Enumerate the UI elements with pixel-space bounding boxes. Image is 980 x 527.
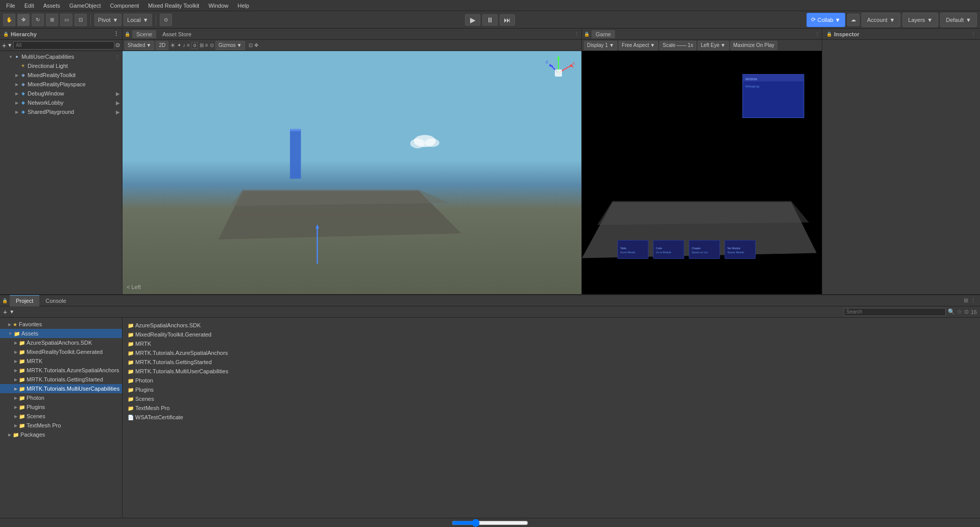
audio-icon[interactable]: ♪ bbox=[183, 42, 185, 48]
asset-item-5[interactable]: 📁 MRTK.Tutorials.MultiUserCapabilities bbox=[126, 367, 977, 376]
asset-item-2[interactable]: 📁 MRTK bbox=[126, 339, 977, 348]
collab-button[interactable]: ⟳ Collab ▼ bbox=[806, 13, 845, 27]
scene-canvas[interactable]: X Z Y < Left bbox=[122, 51, 581, 294]
scale-slider[interactable]: —— bbox=[676, 42, 687, 48]
asset-item-0[interactable]: 📁 AzureSpatialAnchors.SDK bbox=[126, 321, 977, 330]
left-item-1[interactable]: ▶ 📁 MixedRealityToolkit.Generated bbox=[0, 347, 122, 356]
menu-help[interactable]: Help bbox=[234, 2, 254, 10]
asset-item-10[interactable]: 📄 WSATestCertificate bbox=[126, 413, 977, 422]
lighting-icon[interactable]: ☀ bbox=[170, 42, 176, 49]
search-icon[interactable]: 🔍 bbox=[948, 308, 955, 315]
hierarchy-more-icon[interactable]: ⋮ bbox=[113, 31, 119, 37]
hierarchy-filter-icon[interactable]: ⊙ bbox=[115, 42, 120, 49]
zoom-slider[interactable] bbox=[452, 519, 528, 527]
tree-item-directional-light[interactable]: ☀ Directional Light bbox=[0, 61, 122, 70]
tool-move[interactable]: ✥ bbox=[17, 14, 30, 26]
item-more-icon[interactable]: ⋮ bbox=[115, 54, 120, 60]
tab-asset-store[interactable]: Asset Store bbox=[158, 30, 195, 38]
left-item-6[interactable]: ▶ 📁 Photon bbox=[0, 393, 122, 402]
game-more-icon[interactable]: ⋮ bbox=[815, 31, 820, 37]
expand-icon[interactable]: ⊞ bbox=[964, 297, 968, 304]
layers-scene-icon[interactable]: ≡ bbox=[205, 42, 208, 48]
tree-item-multiusercapabilities[interactable]: ▼ ● MultiUserCapabilities ⋮ bbox=[0, 52, 122, 61]
filter2-icon[interactable]: ⊙ bbox=[964, 308, 969, 315]
game-canvas[interactable]: window DebugLog Table Azure Mentor Cube … bbox=[582, 51, 822, 294]
asset-item-3[interactable]: 📁 MRTK.Tutorials.AzureSpatialAnchors bbox=[126, 348, 977, 357]
scale-dropdown[interactable]: Scale —— 1x bbox=[659, 41, 696, 50]
arrow-right-icon: ▶ bbox=[116, 91, 120, 97]
tool-transform[interactable]: ⊡ bbox=[75, 14, 87, 26]
tool-rect[interactable]: ▭ bbox=[60, 14, 72, 26]
filter-icon[interactable]: ⊙ bbox=[210, 42, 214, 48]
asset-item-6[interactable]: 📁 Photon bbox=[126, 376, 977, 385]
left-item-8[interactable]: ▶ 📁 Scenes bbox=[0, 412, 122, 421]
value-0[interactable]: 0 bbox=[191, 42, 198, 49]
left-item-7[interactable]: ▶ 📁 Plugins bbox=[0, 402, 122, 412]
menu-mrtk[interactable]: Mixed Reality Toolkit bbox=[144, 2, 203, 10]
tool-hand[interactable]: ✋ bbox=[3, 14, 15, 26]
packages-root[interactable]: ▶ 📁 Packages bbox=[0, 430, 122, 439]
tree-item-mrplayspace[interactable]: ▶ ◆ MixedRealityPlayspace bbox=[0, 80, 122, 89]
assets-folder-icon: 📁 bbox=[14, 331, 20, 337]
pause-button[interactable]: ⏸ bbox=[482, 14, 498, 26]
tab-scene[interactable]: Scene bbox=[132, 30, 156, 38]
shaded-dropdown[interactable]: Shaded▼ bbox=[125, 41, 154, 50]
step-button[interactable]: ⏭ bbox=[500, 14, 515, 26]
menu-assets[interactable]: Assets bbox=[39, 2, 64, 10]
pivot-dropdown[interactable]: Pivot▼ bbox=[94, 14, 121, 26]
stats-icon[interactable]: ≡ bbox=[187, 42, 190, 48]
asset-item-4[interactable]: 📁 MRTK.Tutorials.GettingStarted bbox=[126, 357, 977, 367]
star-icon[interactable]: ☆ bbox=[957, 308, 962, 315]
asset-item-1[interactable]: 📁 MixedRealityToolkit.Generated bbox=[126, 330, 977, 339]
cloud-button[interactable]: ☁ bbox=[847, 14, 860, 26]
hierarchy-dropdown-icon[interactable]: ▼ bbox=[7, 42, 12, 48]
tree-item-mrtoolkit[interactable]: ▶ ◆ MixedRealityToolkit bbox=[0, 70, 122, 80]
aspect-dropdown[interactable]: Free Aspect▼ bbox=[619, 41, 658, 50]
inspector-more-icon[interactable]: ⋮ bbox=[971, 31, 976, 37]
local-dropdown[interactable]: Local▼ bbox=[124, 14, 152, 26]
2d-toggle[interactable]: 2D bbox=[156, 41, 168, 50]
menu-file[interactable]: File bbox=[2, 2, 19, 10]
left-item-0[interactable]: ▶ 📁 AzureSpatialAnchors.SDK bbox=[0, 338, 122, 347]
asset-item-9[interactable]: 📁 TextMesh Pro bbox=[126, 403, 977, 413]
favorites-group[interactable]: ▶ ★ Favorites bbox=[0, 320, 122, 329]
fx-icon[interactable]: ✦ bbox=[177, 42, 181, 48]
tree-item-debugwindow[interactable]: ▶ ◆ DebugWindow ▶ bbox=[0, 89, 122, 98]
left-item-2[interactable]: ▶ 📁 MRTK bbox=[0, 356, 122, 366]
menu-window[interactable]: Window bbox=[204, 2, 232, 10]
play-button[interactable]: ▶ bbox=[465, 14, 480, 26]
left-item-5[interactable]: ▶ 📁 MRTK.Tutorials.MultiUserCapabilities bbox=[0, 384, 122, 393]
gizmos-dropdown[interactable]: Gizmos▼ bbox=[215, 41, 245, 50]
asset-item-7[interactable]: 📁 Plugins bbox=[126, 385, 977, 394]
left-item-3[interactable]: ▶ 📁 MRTK.Tutorials.AzureSpatialAnchors bbox=[0, 366, 122, 375]
asset-item-8[interactable]: 📁 Scenes bbox=[126, 394, 977, 403]
left-item-9[interactable]: ▶ 📁 TextMesh Pro bbox=[0, 421, 122, 430]
display-dropdown[interactable]: Display 1▼ bbox=[584, 41, 617, 50]
scene-more-icon[interactable]: ⋮ bbox=[574, 31, 579, 37]
add-dropdown-icon[interactable]: ▼ bbox=[9, 309, 14, 315]
maximize-dropdown[interactable]: Maximize On Play bbox=[730, 41, 778, 50]
grid-icon[interactable]: ⊞ bbox=[200, 42, 204, 48]
tab-console[interactable]: Console bbox=[39, 295, 72, 306]
hierarchy-search[interactable] bbox=[13, 41, 114, 50]
left-item-4[interactable]: ▶ 📁 MRTK.Tutorials.GettingStarted bbox=[0, 375, 122, 384]
assets-root[interactable]: ▼ 📁 Assets bbox=[0, 329, 122, 338]
tree-item-networklobby[interactable]: ▶ ◆ NetworkLobby ▶ bbox=[0, 98, 122, 107]
tool-rotate[interactable]: ↻ bbox=[32, 14, 44, 26]
menu-edit[interactable]: Edit bbox=[20, 2, 38, 10]
tree-item-sharedplayground[interactable]: ▶ ◆ SharedPlayground ▶ bbox=[0, 107, 122, 116]
project-search-input[interactable] bbox=[844, 308, 946, 316]
hierarchy-add-icon[interactable]: + bbox=[2, 41, 6, 50]
eye-dropdown[interactable]: Left Eye▼ bbox=[698, 41, 729, 50]
account-button[interactable]: Account ▼ bbox=[862, 13, 901, 27]
tab-project[interactable]: Project bbox=[10, 295, 39, 306]
layout-button[interactable]: Default ▼ bbox=[940, 13, 977, 27]
tab-game[interactable]: Game bbox=[592, 30, 615, 38]
menu-gameobject[interactable]: GameObject bbox=[65, 2, 105, 10]
project-more-icon[interactable]: ⋮ bbox=[970, 297, 976, 304]
add-icon[interactable]: + bbox=[3, 308, 7, 316]
snap-btn[interactable]: ⊙ bbox=[160, 14, 172, 26]
layers-button[interactable]: Layers ▼ bbox=[902, 13, 938, 27]
menu-component[interactable]: Component bbox=[106, 2, 143, 10]
tool-scale[interactable]: ⊞ bbox=[46, 14, 58, 26]
